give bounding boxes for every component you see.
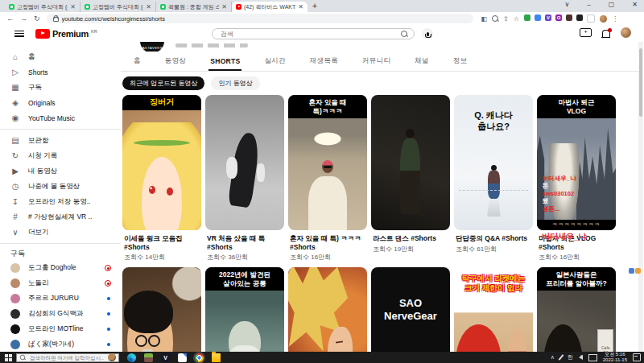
close-icon[interactable]: ✕ bbox=[632, 1, 638, 8]
taskbar-clock[interactable]: 오전 5:16 2022-11-15 bbox=[603, 352, 627, 363]
notes-icon[interactable] bbox=[178, 353, 187, 362]
voice-search-button[interactable] bbox=[422, 28, 433, 39]
notifications-bell-icon[interactable] bbox=[602, 30, 610, 37]
taskbar-search-input[interactable] bbox=[28, 354, 105, 361]
video-title[interactable]: 라스트 댄스 #Shorts bbox=[373, 234, 448, 243]
sidebar-subscription-item[interactable]: 노돌리 bbox=[0, 276, 121, 291]
sidebar-item[interactable]: ▤ 보관함 bbox=[0, 134, 121, 148]
sidebar-item[interactable]: ⌂ 홈 bbox=[0, 50, 121, 64]
sidebar-item[interactable]: ▷ Shorts bbox=[0, 65, 121, 80]
create-icon[interactable]: + bbox=[580, 28, 592, 37]
account-avatar[interactable] bbox=[621, 27, 631, 38]
shorts-video-card[interactable]: 탁구에서 라켓에는 크기 제한이 없다 bbox=[454, 267, 533, 363]
sidebar-subscription-item[interactable]: 도그홀 Doghole bbox=[0, 261, 121, 275]
search-icon[interactable] bbox=[401, 31, 407, 37]
video-thumbnail[interactable] bbox=[205, 95, 284, 230]
sidebar-item[interactable]: ▶ 내 동영상 bbox=[0, 164, 121, 179]
shorts-video-card[interactable]: 2022년에 발견된 살아있는 공룡 bbox=[205, 267, 284, 363]
shorts-video-card[interactable]: 라스트 댄스 #Shorts 조회수 19만회 bbox=[371, 95, 450, 267]
v-app-icon[interactable]: V bbox=[161, 353, 170, 362]
browser-tab[interactable]: 고정멤버 주식대회 (통합규정) ✕ bbox=[80, 2, 156, 12]
browser-tab[interactable]: 고정멤버 주식대회 (통합규정) ✕ bbox=[5, 2, 80, 12]
channel-tab-채널[interactable]: 채널 bbox=[413, 52, 431, 71]
extension-icon-light[interactable] bbox=[587, 14, 595, 23]
video-thumbnail[interactable]: 징버거 bbox=[122, 95, 201, 230]
pen-icon[interactable] bbox=[558, 354, 564, 360]
sidebar-item[interactable]: ◷ 나중에 볼 동영상 bbox=[0, 179, 121, 194]
channel-tab-shorts[interactable]: SHORTS bbox=[208, 52, 242, 70]
channel-tab-재생목록[interactable]: 재생목록 bbox=[308, 52, 340, 71]
filter-chip[interactable]: 최근에 업로드된 동영상 bbox=[122, 76, 204, 90]
omnibox[interactable]: youtube.com/c/welshcorgimessi/shorts bbox=[47, 14, 473, 23]
video-title[interactable]: 단답중의 Q&A #Shorts bbox=[456, 234, 531, 243]
sidebar-subscription-item[interactable]: 주르르 JURURU bbox=[0, 291, 121, 306]
tab-close-icon[interactable]: ✕ bbox=[146, 3, 151, 10]
browser-profile-avatar[interactable] bbox=[600, 15, 607, 23]
shorts-video-card[interactable]: 혼자 있을 때 특)ㅋㅋㅋ 혼자 있을 때 특) ㅋㅋㅋ #Shorts 조회수… bbox=[288, 95, 367, 267]
video-thumbnail[interactable]: 탁구에서 라켓에는 크기 제한이 없다 bbox=[454, 267, 533, 363]
extension-icon-o[interactable]: O bbox=[555, 14, 562, 21]
search-box[interactable] bbox=[212, 28, 415, 39]
sidebar-subscription-item[interactable]: 모트라인 MOTline bbox=[0, 322, 121, 336]
chevron-down-icon[interactable]: ∨ bbox=[564, 1, 569, 8]
search-input[interactable] bbox=[213, 31, 401, 38]
extension-icon-pin[interactable] bbox=[576, 14, 583, 21]
chrome-icon[interactable] bbox=[195, 353, 204, 362]
sidebar-subscription-item[interactable]: 김성회의 G식백과 bbox=[0, 307, 121, 321]
video-thumbnail[interactable]: Q. 캐나다 춥나요? bbox=[454, 95, 533, 230]
video-title[interactable]: 혼자 있을 때 특) ㅋㅋㅋ #Shorts bbox=[290, 234, 365, 251]
video-thumbnail[interactable]: SAO NerveGear bbox=[371, 267, 450, 363]
scrollbar-thumb[interactable] bbox=[639, 48, 642, 117]
speaker-muted-icon[interactable] bbox=[579, 355, 583, 360]
shorts-video-card[interactable]: VR 처음 샀을 때 특 #Shorts 조회수 36만회 bbox=[205, 95, 284, 267]
file-explorer-icon[interactable] bbox=[212, 353, 221, 362]
shorts-video-card[interactable] bbox=[122, 267, 201, 363]
maximize-icon[interactable]: ▢ bbox=[609, 1, 615, 8]
video-title[interactable]: VR 처음 샀을 때 특 #Shorts bbox=[207, 234, 283, 251]
tab-close-icon[interactable]: ✕ bbox=[221, 3, 227, 10]
minecraft-icon[interactable] bbox=[144, 353, 153, 362]
extension-icon-blue[interactable] bbox=[535, 14, 541, 21]
share-icon[interactable]: ⇧ bbox=[503, 15, 509, 23]
search-highlight-image[interactable] bbox=[108, 353, 116, 361]
tab-close-icon[interactable]: ✕ bbox=[70, 3, 76, 10]
channel-tab-커뮤니티[interactable]: 커뮤니티 bbox=[361, 52, 392, 71]
reload-icon[interactable]: ↻ bbox=[34, 14, 40, 23]
shorts-video-card[interactable]: Q. 캐나다 춥나요? 단답중의 Q&A #Shorts 조회수 61만회 bbox=[454, 95, 533, 267]
floating-extension-widget[interactable] bbox=[629, 268, 641, 274]
channel-tab-실시간[interactable]: 실시간 bbox=[262, 52, 287, 71]
extension-icon-dark[interactable] bbox=[566, 14, 572, 21]
page-scrollbar[interactable] bbox=[638, 26, 643, 352]
video-thumbnail[interactable]: 혼자 있을 때 특)ㅋㅋㅋ bbox=[288, 95, 367, 230]
video-thumbnail[interactable] bbox=[288, 267, 367, 363]
shorts-video-card[interactable]: 일본사람들은 프리터를 알아볼까?안녕하세요~Cafe IM bbox=[537, 267, 616, 363]
sidebar-item[interactable]: ◉ YouTube Music bbox=[0, 111, 121, 126]
shorts-video-card[interactable]: SAO NerveGear bbox=[371, 267, 450, 363]
channel-tab-동영상[interactable]: 동영상 bbox=[163, 52, 188, 71]
side-panel-icon[interactable]: ◧ bbox=[481, 15, 488, 23]
tray-expand-icon[interactable]: ∧ bbox=[551, 354, 555, 361]
start-button[interactable] bbox=[0, 354, 16, 361]
new-tab-button[interactable]: + bbox=[312, 2, 317, 11]
shorts-video-card[interactable]: 징버거 이세돌 윙크 모음집 #Shorts 조회수 14만회 bbox=[122, 95, 201, 267]
ime-indicator[interactable]: 한 bbox=[568, 354, 573, 361]
channel-tab-홈[interactable]: 홈 bbox=[132, 52, 142, 71]
edge-icon[interactable] bbox=[127, 353, 136, 362]
zoom-icon[interactable] bbox=[492, 15, 498, 22]
browser-tab[interactable]: 왁물원 : 종합 게임 스트리머 ✕ bbox=[156, 2, 232, 12]
extension-icon-green[interactable] bbox=[524, 14, 530, 21]
sidebar-item[interactable]: ◈ Originals bbox=[0, 96, 121, 110]
taskbar-search-box[interactable] bbox=[16, 353, 119, 362]
display-icon[interactable] bbox=[588, 354, 597, 361]
page-url[interactable]: youtube.com/c/welshcorgimessi/shorts bbox=[62, 15, 165, 23]
forward-icon[interactable]: → bbox=[20, 14, 27, 23]
bookmark-star-icon[interactable]: ☆ bbox=[514, 15, 519, 23]
youtube-premium-logo[interactable]: Premium KR bbox=[35, 29, 97, 39]
sidebar-item[interactable]: ↻ 시청 기록 bbox=[0, 149, 121, 163]
sidebar-item[interactable]: ▦ 구독 bbox=[0, 80, 121, 95]
tab-close-icon[interactable]: ✕ bbox=[298, 3, 303, 10]
video-thumbnail[interactable]: 마법사 퇴근 VLOG버터새우_냐돈sws030102됐생존...ㅋㅋㅋㅋㅋㅋㅋ… bbox=[537, 95, 616, 230]
shorts-video-card[interactable] bbox=[288, 267, 367, 363]
sidebar-item[interactable]: # # 가상현실세계 VR .. bbox=[0, 210, 121, 225]
video-thumbnail[interactable]: 일본사람들은 프리터를 알아볼까?안녕하세요~Cafe IM bbox=[537, 267, 616, 363]
